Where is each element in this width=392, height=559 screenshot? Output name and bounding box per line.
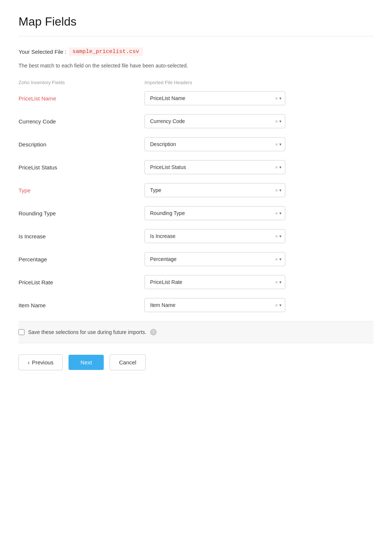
col-imported-label: Imported File Headers — [144, 80, 373, 85]
field-label-type: Type — [19, 187, 144, 194]
previous-label: Previous — [32, 359, 53, 366]
field-row: Rounding TypeRounding Type×▾ — [19, 206, 373, 220]
clear-icon[interactable]: × — [275, 280, 278, 285]
save-label: Save these selections for use during fut… — [28, 329, 146, 335]
field-select-wrapper-rounding-type: Rounding Type×▾ — [144, 206, 285, 220]
columns-header: Zoho Inventory Fields Imported File Head… — [19, 80, 373, 85]
field-row: PercentagePercentage×▾ — [19, 252, 373, 266]
field-select-percentage[interactable]: Percentage — [144, 252, 285, 266]
field-label-rounding-type: Rounding Type — [19, 210, 144, 216]
selected-file-row: Your Selected File : sample_pricelist.cs… — [19, 47, 373, 56]
clear-icon[interactable]: × — [275, 211, 278, 216]
field-select-item-name[interactable]: Item Name — [144, 298, 285, 312]
field-select-currency-code[interactable]: Currency Code — [144, 114, 285, 128]
clear-icon[interactable]: × — [275, 257, 278, 262]
field-select-wrapper-description: Description×▾ — [144, 137, 285, 151]
title-divider — [19, 36, 373, 36]
clear-icon[interactable]: × — [275, 142, 278, 147]
field-select-wrapper-type: Type×▾ — [144, 183, 285, 197]
field-select-type[interactable]: Type — [144, 183, 285, 197]
buttons-row: ‹ Previous Next Cancel — [19, 354, 373, 370]
next-button[interactable]: Next — [69, 355, 104, 370]
field-row: Item NameItem Name×▾ — [19, 298, 373, 312]
clear-icon[interactable]: × — [275, 234, 278, 239]
col-zoho-label: Zoho Inventory Fields — [19, 80, 144, 85]
field-row: Currency CodeCurrency Code×▾ — [19, 114, 373, 128]
clear-icon[interactable]: × — [275, 119, 278, 124]
help-icon[interactable]: ? — [150, 329, 157, 335]
field-select-wrapper-item-name: Item Name×▾ — [144, 298, 285, 312]
auto-select-note: The best match to each field on the sele… — [19, 63, 373, 69]
clear-icon[interactable]: × — [275, 96, 278, 101]
field-label-description: Description — [19, 141, 144, 148]
field-row: PriceList NamePriceList Name×▾ — [19, 91, 373, 105]
field-select-pricelist-status[interactable]: PriceList Status — [144, 160, 285, 174]
field-row: Is IncreaseIs Increase×▾ — [19, 229, 373, 243]
footer-section: Save these selections for use during fut… — [19, 321, 373, 343]
field-label-percentage: Percentage — [19, 256, 144, 262]
field-label-item-name: Item Name — [19, 302, 144, 308]
field-select-pricelist-name[interactable]: PriceList Name — [144, 91, 285, 105]
field-row: PriceList StatusPriceList Status×▾ — [19, 160, 373, 174]
field-select-description[interactable]: Description — [144, 137, 285, 151]
save-checkbox[interactable] — [19, 329, 24, 335]
field-label-pricelist-status: PriceList Status — [19, 164, 144, 171]
selected-file-label: Your Selected File : — [19, 49, 67, 55]
clear-icon[interactable]: × — [275, 188, 278, 193]
field-row: DescriptionDescription×▾ — [19, 137, 373, 151]
clear-icon[interactable]: × — [275, 302, 278, 308]
clear-icon[interactable]: × — [275, 165, 278, 170]
field-select-is-increase[interactable]: Is Increase — [144, 229, 285, 243]
field-label-pricelist-name: PriceList Name — [19, 95, 144, 102]
field-select-wrapper-pricelist-rate: PriceList Rate×▾ — [144, 275, 285, 289]
previous-button[interactable]: ‹ Previous — [19, 354, 63, 370]
field-select-wrapper-is-increase: Is Increase×▾ — [144, 229, 285, 243]
selected-file-name: sample_pricelist.csv — [69, 47, 143, 56]
fields-container: PriceList NamePriceList Name×▾Currency C… — [19, 91, 373, 312]
field-row: TypeType×▾ — [19, 183, 373, 197]
field-select-wrapper-pricelist-status: PriceList Status×▾ — [144, 160, 285, 174]
page-title: Map Fields — [19, 15, 373, 29]
field-label-pricelist-rate: PriceList Rate — [19, 279, 144, 285]
field-select-wrapper-percentage: Percentage×▾ — [144, 252, 285, 266]
field-select-rounding-type[interactable]: Rounding Type — [144, 206, 285, 220]
previous-chevron-icon: ‹ — [28, 359, 30, 366]
cancel-button[interactable]: Cancel — [110, 354, 146, 370]
field-select-pricelist-rate[interactable]: PriceList Rate — [144, 275, 285, 289]
field-select-wrapper-pricelist-name: PriceList Name×▾ — [144, 91, 285, 105]
field-row: PriceList RatePriceList Rate×▾ — [19, 275, 373, 289]
field-label-currency-code: Currency Code — [19, 118, 144, 125]
field-select-wrapper-currency-code: Currency Code×▾ — [144, 114, 285, 128]
field-label-is-increase: Is Increase — [19, 233, 144, 239]
